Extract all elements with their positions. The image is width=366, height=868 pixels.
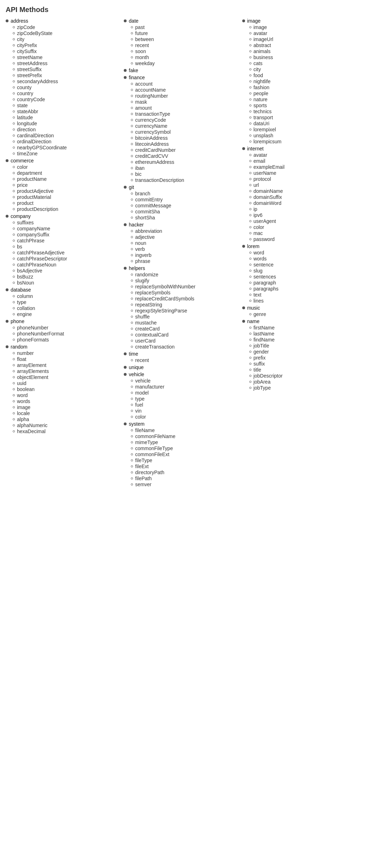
item-label: people [254,91,268,96]
circle-icon [13,339,15,341]
circle-icon [13,166,15,168]
circle-icon [131,125,133,127]
list-item: zipCode [13,24,121,30]
list-item: lastName [249,331,358,337]
list-item: fileExt [131,464,239,469]
item-label: directoryPath [135,470,164,475]
bullet-icon [124,76,127,79]
section-unique: unique [124,364,239,370]
item-label: commitMessage [135,203,171,208]
section-git: gitbranchcommitEntrycommitMessagecommitS… [124,184,239,220]
item-label: fileType [135,458,152,463]
item-label: manufacturer [135,384,164,390]
list-item: domainWord [249,200,358,206]
item-label: stateAbbr [17,109,38,114]
item-label: state [17,103,28,108]
list-item: dataUri [249,121,358,126]
list-item: shortSha [131,215,239,220]
list-item: type [131,396,239,402]
item-label: latitude [17,115,33,120]
list-item: mustache [131,320,239,326]
bullet-icon [6,159,8,162]
item-label: streetPrefix [17,73,42,78]
item-label: secondaryAddress [17,79,58,84]
list-item: month [131,54,239,60]
circle-icon [131,260,133,262]
bullet-icon [6,288,8,291]
section-label-commerce: commerce [11,158,34,163]
list-item: replaceSymbolWithNumber [131,284,239,289]
list-item: jobDescriptor [249,373,358,379]
circle-icon [249,300,251,302]
list-item: color [13,164,121,170]
item-label: text [254,292,262,298]
item-label: citySuffix [17,48,37,54]
list-item: commitEntry [131,197,239,202]
item-label: phoneNumberFormat [17,331,64,337]
item-label: sports [254,103,267,108]
circle-icon [13,370,15,372]
circle-icon [131,89,133,91]
item-label: soon [135,48,146,54]
circle-icon [131,416,133,418]
list-item: catchPhraseDescriptor [13,256,121,261]
circle-icon [131,50,133,52]
circle-icon [131,26,133,28]
section-helpers: helpersrandomizeslugifyreplaceSymbolWith… [124,265,239,350]
list-item: fashion [249,85,358,90]
bullet-icon [242,320,245,323]
section-time: timerecent [124,351,239,363]
circle-icon [13,128,15,131]
item-label: currencySymbol [135,129,170,135]
circle-icon [131,359,133,361]
circle-icon [13,394,15,396]
bullet-icon [124,19,127,22]
item-label: direction [17,127,36,132]
item-label: mac [254,230,263,236]
list-item: catchPhrase [13,238,121,243]
circle-icon [131,205,133,207]
circle-icon [249,294,251,296]
item-label: vehicle [135,378,151,384]
section-label-hacker: hacker [129,222,144,228]
list-item: bsBuzz [13,274,121,280]
section-label-name: name [247,318,260,324]
circle-icon [13,301,15,303]
item-label: filePath [135,476,152,481]
circle-icon [131,137,133,139]
circle-icon [13,56,15,58]
section-vehicle: vehiclevehiclemanufacturermodeltypefuelv… [124,372,239,420]
list-item: lorempicsum [249,139,358,144]
item-label: country [17,91,33,96]
circle-icon [131,304,133,306]
item-label: commonFileType [135,446,173,451]
circle-icon [131,346,133,348]
item-label: creditCardCVV [135,153,168,159]
circle-icon [131,131,133,133]
list-item: jobArea [249,379,358,385]
column-1: addresszipCodezipCodeByStatecitycityPref… [6,18,124,489]
item-label: department [17,170,42,176]
circle-icon [13,240,15,242]
circle-icon [249,327,251,329]
circle-icon [13,32,15,34]
item-label: product [17,200,34,206]
list-item: currencyCode [131,117,239,123]
circle-icon [13,184,15,186]
item-label: objectElement [17,374,48,380]
list-item: replaceCreditCardSymbols [131,296,239,301]
item-label: collation [17,305,35,311]
list-item: account [131,81,239,87]
circle-icon [249,140,251,143]
circle-icon [13,208,15,210]
item-label: commitSha [135,209,160,214]
circle-icon [249,116,251,119]
item-label: catchPhraseAdjective [17,250,65,255]
item-label: phoneFormats [17,337,49,343]
item-label: phoneNumber [17,325,48,330]
item-label: fuel [135,402,143,408]
list-item: mimeType [131,439,239,445]
item-label: catchPhraseNoun [17,262,56,268]
item-label: color [135,414,146,420]
circle-icon [249,172,251,174]
